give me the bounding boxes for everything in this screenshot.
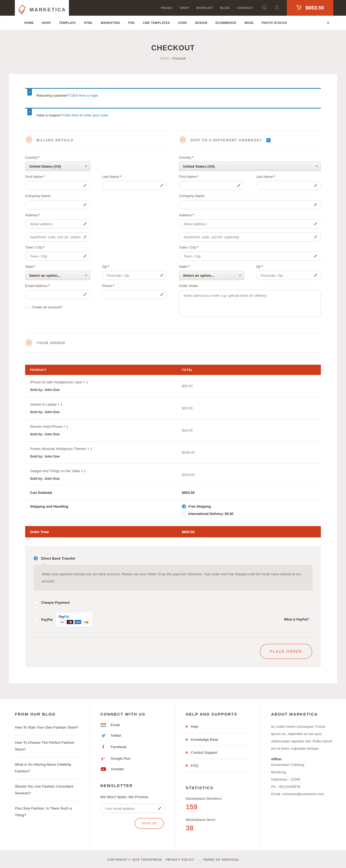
topnav-item-blog[interactable]: BLOG xyxy=(220,6,230,9)
cart-button[interactable]: $653.50 xyxy=(287,0,333,16)
newsletter-email-input[interactable] xyxy=(100,804,165,813)
shipping-town-input[interactable] xyxy=(179,251,321,261)
shipping-option-international[interactable]: International Delivery: $5.90 xyxy=(182,512,321,516)
shipping-last-name-input[interactable] xyxy=(256,181,321,190)
social-link-twitter[interactable]: Twitter xyxy=(100,734,165,738)
info-icon: i xyxy=(27,108,32,115)
sign-up-button[interactable]: SIGN UP xyxy=(135,818,164,829)
amex-card-icon: AMEX xyxy=(74,620,81,624)
mainnav-item-code[interactable]: CODE xyxy=(178,21,187,24)
billing-email-input[interactable] xyxy=(25,290,90,299)
social-link-google-plus[interactable]: g+ Google Plus xyxy=(100,756,165,761)
blog-post-link[interactable]: How To Choose The Perfect Fashion Store? xyxy=(15,735,79,757)
create-account-checkbox[interactable]: Create an account? xyxy=(25,305,167,309)
topnav-item-shop[interactable]: SHOP xyxy=(180,6,189,9)
google-plus-icon: g+ xyxy=(100,756,106,761)
required-asterisk: * xyxy=(39,213,40,217)
copyright-bar: COPYRIGHT © 2015 TOKOPRESS PRIVACY POLIC… xyxy=(0,850,346,868)
payment-method-bank[interactable]: Direct Bank Transfer xyxy=(30,556,316,560)
first-name-label: First Name xyxy=(179,175,196,179)
blog-post-link[interactable]: Should You Use Fashion Consultant Servic… xyxy=(15,779,79,801)
terms-of-services-link[interactable]: TERMS OF SERVICES xyxy=(203,858,239,861)
mainnav-item-ecommerce[interactable]: ECOMMERCE xyxy=(215,21,236,24)
shipping-company-input[interactable] xyxy=(179,200,321,209)
product-name[interactable]: Women Hold iPhone × 1 xyxy=(30,425,182,429)
radio-unselected-icon xyxy=(34,600,38,604)
coupon-link[interactable]: Click here to enter your code xyxy=(63,113,108,117)
mainnav-item-shop[interactable]: SHOP xyxy=(42,21,51,24)
mainnav-item-psd[interactable]: PSD xyxy=(128,21,135,24)
your-order-section: YOUR ORDER PRODUCT TOTAL iPhone 5s with … xyxy=(25,333,321,537)
shipping-state-select[interactable]: Select an option... xyxy=(179,271,244,280)
topnav-item-pages[interactable]: PAGES xyxy=(161,6,172,9)
payment-method-paypal[interactable]: PayPal PayPal VISA AMEX DISC What is Pay… xyxy=(30,613,316,626)
shipping-country-select[interactable]: United States (US) xyxy=(179,162,321,171)
user-account-icon[interactable] xyxy=(274,5,280,11)
shipping-apartment-input[interactable] xyxy=(179,232,321,242)
login-link[interactable]: Click here to login xyxy=(70,93,98,97)
shipping-street-input[interactable] xyxy=(179,219,321,228)
chevron-down-icon xyxy=(316,166,318,167)
required-asterisk: * xyxy=(38,155,40,159)
statistics-heading: STATISTICS xyxy=(186,786,250,790)
what-is-paypal-link[interactable]: What is PayPal? xyxy=(284,618,312,621)
logo[interactable]: MARKETICA xyxy=(15,0,69,20)
billing-street-input[interactable] xyxy=(25,219,90,228)
shipping-option-free[interactable]: Free Shipping xyxy=(182,504,321,508)
topnav-item-contact[interactable]: CONTACT xyxy=(237,6,253,9)
social-link-facebook[interactable]: f Facebook xyxy=(100,744,165,750)
faq-link[interactable]: FAQ xyxy=(186,759,250,772)
billing-country-select[interactable]: United States (US) xyxy=(25,162,90,171)
blog-post-link[interactable]: Plus Size Fashion: Is There Such a Thing… xyxy=(15,801,79,823)
mainnav-item-cms-templates[interactable]: CMS TEMPLATES xyxy=(143,21,170,24)
cart-icon xyxy=(296,5,302,11)
billing-state-select[interactable]: Select an option... xyxy=(25,271,90,280)
mainnav-item-photo-stocks[interactable]: PHOTO STOCKS xyxy=(262,21,287,24)
privacy-policy-link[interactable]: PRIVACY POLICY xyxy=(166,858,194,861)
blog-post-link[interactable]: How To Start Your Own Fashion Store? xyxy=(15,720,79,735)
order-notes-textarea[interactable] xyxy=(179,290,321,317)
place-order-button[interactable]: PLACE ORDER xyxy=(260,644,312,659)
cart-subtotal-value: $653.50 xyxy=(182,491,321,495)
mainnav-item-design[interactable]: DESIGN xyxy=(195,21,207,24)
ship-to-different-address-checkbox[interactable]: ✓ xyxy=(266,138,271,143)
order-total-row: Order Total $653.50 xyxy=(25,526,321,537)
billing-first-name-input[interactable] xyxy=(25,181,90,190)
shipping-zip-input[interactable] xyxy=(256,271,321,280)
mainnav-item-template[interactable]: TEMPLATE xyxy=(59,21,76,24)
product-name[interactable]: Variant of Laptop × 1 xyxy=(30,402,182,406)
facebook-icon: f xyxy=(100,744,106,750)
product-name[interactable]: Proton Absolute Wordpress Themes × 1 xyxy=(30,447,182,451)
social-link-youtube[interactable]: Youtube xyxy=(100,767,165,771)
more-categories-chevron-icon[interactable] xyxy=(326,21,330,24)
search-icon[interactable] xyxy=(262,5,267,11)
help-link[interactable]: Help xyxy=(186,720,250,733)
office-label: office: xyxy=(271,757,336,761)
mainnav-item-muse[interactable]: MUSE xyxy=(244,21,253,24)
knowledge-base-link[interactable]: Knowladge Base xyxy=(186,733,250,746)
billing-zip-input[interactable] xyxy=(102,271,167,280)
billing-company-input[interactable] xyxy=(25,200,90,209)
billing-apartment-input[interactable] xyxy=(25,232,90,242)
breadcrumb-separator: › xyxy=(170,57,171,60)
topnav-item-wishlist[interactable]: WISHLIST xyxy=(197,6,213,9)
billing-phone-input[interactable] xyxy=(102,290,167,299)
product-name[interactable]: iPhone 5s with Headphones Jack × 1 xyxy=(30,380,182,384)
blog-post-link[interactable]: What is So Alluring About Celebrity Fash… xyxy=(15,757,79,779)
social-link-email[interactable]: Email xyxy=(100,723,165,727)
required-asterisk: * xyxy=(193,213,194,217)
contact-support-link[interactable]: Contact Support xyxy=(186,746,250,759)
billing-town-input[interactable] xyxy=(25,251,90,261)
billing-address-field: Address* xyxy=(25,213,90,228)
breadcrumb-home-link[interactable]: Home xyxy=(160,57,169,60)
about-text: ec mollis lorem consequat. Fusce ipsum e… xyxy=(271,723,336,752)
checkbox-unchecked xyxy=(25,305,29,309)
billing-last-name-input[interactable] xyxy=(102,181,167,190)
mainnav-item-html[interactable]: HTML xyxy=(84,21,93,24)
mainnav-item-marketing[interactable]: MARKETING xyxy=(101,21,120,24)
product-name[interactable]: Gadget and Things on the Table × 1 xyxy=(30,469,182,473)
about-marketica-heading: ABOUT MARKETICA xyxy=(271,712,336,716)
payment-method-cheque[interactable]: Cheque Payment xyxy=(30,600,316,604)
mainnav-item-home[interactable]: HOME xyxy=(24,21,34,24)
shipping-first-name-input[interactable] xyxy=(179,181,244,190)
